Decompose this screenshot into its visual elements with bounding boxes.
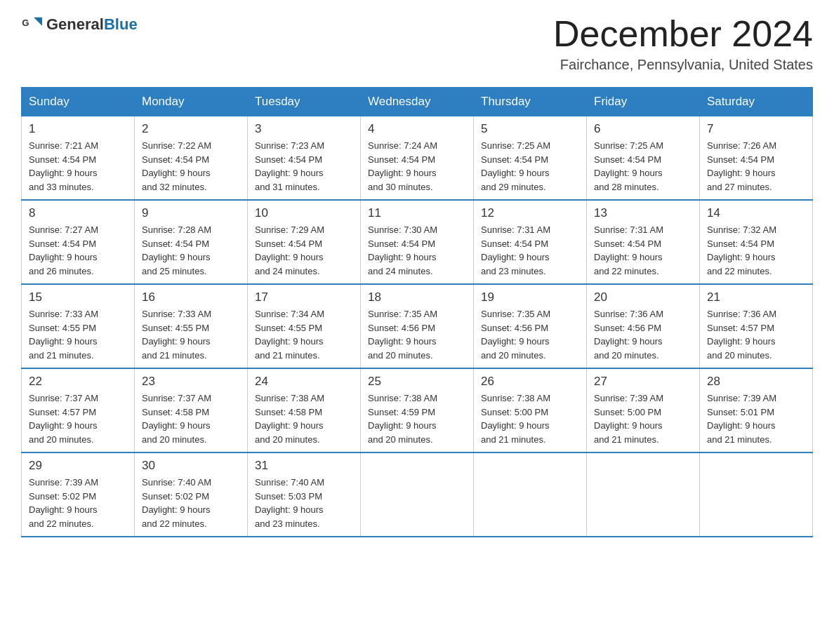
calendar-day-cell <box>361 452 474 537</box>
calendar-day-cell: 23 Sunrise: 7:37 AM Sunset: 4:58 PM Dayl… <box>135 368 248 452</box>
title-block: December 2024 Fairchance, Pennsylvania, … <box>553 14 813 73</box>
calendar-day-cell: 7 Sunrise: 7:26 AM Sunset: 4:54 PM Dayli… <box>700 116 813 201</box>
day-number: 11 <box>368 206 466 220</box>
day-number: 3 <box>255 122 353 136</box>
calendar-day-cell: 29 Sunrise: 7:39 AM Sunset: 5:02 PM Dayl… <box>22 452 135 537</box>
day-number: 29 <box>29 459 127 473</box>
calendar-table: SundayMondayTuesdayWednesdayThursdayFrid… <box>21 87 813 537</box>
logo-blue-text: Blue <box>104 15 138 33</box>
calendar-day-cell: 10 Sunrise: 7:29 AM Sunset: 4:54 PM Dayl… <box>248 200 361 284</box>
weekday-header-friday: Friday <box>587 88 700 116</box>
day-number: 8 <box>29 206 127 220</box>
calendar-day-cell <box>474 452 587 537</box>
day-info: Sunrise: 7:36 AM Sunset: 4:57 PM Dayligh… <box>707 307 805 362</box>
week-row-2: 8 Sunrise: 7:27 AM Sunset: 4:54 PM Dayli… <box>22 200 813 284</box>
day-number: 7 <box>707 122 805 136</box>
calendar-day-cell: 28 Sunrise: 7:39 AM Sunset: 5:01 PM Dayl… <box>700 368 813 452</box>
calendar-day-cell: 20 Sunrise: 7:36 AM Sunset: 4:56 PM Dayl… <box>587 284 700 368</box>
calendar-day-cell: 6 Sunrise: 7:25 AM Sunset: 4:54 PM Dayli… <box>587 116 700 201</box>
day-number: 14 <box>707 206 805 220</box>
day-info: Sunrise: 7:36 AM Sunset: 4:56 PM Dayligh… <box>594 307 692 362</box>
day-info: Sunrise: 7:32 AM Sunset: 4:54 PM Dayligh… <box>707 223 805 278</box>
day-number: 2 <box>142 122 240 136</box>
calendar-day-cell: 18 Sunrise: 7:35 AM Sunset: 4:56 PM Dayl… <box>361 284 474 368</box>
day-number: 23 <box>142 375 240 389</box>
calendar-day-cell: 11 Sunrise: 7:30 AM Sunset: 4:54 PM Dayl… <box>361 200 474 284</box>
day-number: 18 <box>368 290 466 304</box>
day-info: Sunrise: 7:37 AM Sunset: 4:58 PM Dayligh… <box>142 391 240 446</box>
day-info: Sunrise: 7:35 AM Sunset: 4:56 PM Dayligh… <box>481 307 579 362</box>
calendar-day-cell: 25 Sunrise: 7:38 AM Sunset: 4:59 PM Dayl… <box>361 368 474 452</box>
day-number: 25 <box>368 375 466 389</box>
day-info: Sunrise: 7:40 AM Sunset: 5:03 PM Dayligh… <box>255 476 353 530</box>
day-number: 15 <box>29 290 127 304</box>
day-info: Sunrise: 7:23 AM Sunset: 4:54 PM Dayligh… <box>255 139 353 194</box>
weekday-header-thursday: Thursday <box>474 88 587 116</box>
week-row-5: 29 Sunrise: 7:39 AM Sunset: 5:02 PM Dayl… <box>22 452 813 537</box>
day-info: Sunrise: 7:28 AM Sunset: 4:54 PM Dayligh… <box>142 223 240 278</box>
day-number: 16 <box>142 290 240 304</box>
weekday-header-monday: Monday <box>135 88 248 116</box>
calendar-day-cell: 19 Sunrise: 7:35 AM Sunset: 4:56 PM Dayl… <box>474 284 587 368</box>
week-row-3: 15 Sunrise: 7:33 AM Sunset: 4:55 PM Dayl… <box>22 284 813 368</box>
day-number: 31 <box>255 459 353 473</box>
day-info: Sunrise: 7:22 AM Sunset: 4:54 PM Dayligh… <box>142 139 240 194</box>
calendar-day-cell: 4 Sunrise: 7:24 AM Sunset: 4:54 PM Dayli… <box>361 116 474 201</box>
day-info: Sunrise: 7:31 AM Sunset: 4:54 PM Dayligh… <box>594 223 692 278</box>
calendar-day-cell: 16 Sunrise: 7:33 AM Sunset: 4:55 PM Dayl… <box>135 284 248 368</box>
calendar-day-cell: 31 Sunrise: 7:40 AM Sunset: 5:03 PM Dayl… <box>248 452 361 537</box>
calendar-day-cell: 21 Sunrise: 7:36 AM Sunset: 4:57 PM Dayl… <box>700 284 813 368</box>
day-number: 28 <box>707 375 805 389</box>
day-number: 6 <box>594 122 692 136</box>
day-number: 20 <box>594 290 692 304</box>
day-info: Sunrise: 7:35 AM Sunset: 4:56 PM Dayligh… <box>368 307 466 362</box>
weekday-header-sunday: Sunday <box>22 88 135 116</box>
calendar-day-cell: 15 Sunrise: 7:33 AM Sunset: 4:55 PM Dayl… <box>22 284 135 368</box>
day-info: Sunrise: 7:25 AM Sunset: 4:54 PM Dayligh… <box>481 139 579 194</box>
day-info: Sunrise: 7:40 AM Sunset: 5:02 PM Dayligh… <box>142 476 240 530</box>
day-number: 4 <box>368 122 466 136</box>
day-number: 5 <box>481 122 579 136</box>
day-info: Sunrise: 7:21 AM Sunset: 4:54 PM Dayligh… <box>29 139 127 194</box>
day-info: Sunrise: 7:30 AM Sunset: 4:54 PM Dayligh… <box>368 223 466 278</box>
logo-icon: G <box>21 14 42 35</box>
week-row-4: 22 Sunrise: 7:37 AM Sunset: 4:57 PM Dayl… <box>22 368 813 452</box>
calendar-day-cell: 2 Sunrise: 7:22 AM Sunset: 4:54 PM Dayli… <box>135 116 248 201</box>
day-info: Sunrise: 7:39 AM Sunset: 5:00 PM Dayligh… <box>594 391 692 446</box>
calendar-day-cell: 5 Sunrise: 7:25 AM Sunset: 4:54 PM Dayli… <box>474 116 587 201</box>
day-number: 24 <box>255 375 353 389</box>
calendar-day-cell <box>587 452 700 537</box>
day-info: Sunrise: 7:39 AM Sunset: 5:01 PM Dayligh… <box>707 391 805 446</box>
calendar-day-cell: 27 Sunrise: 7:39 AM Sunset: 5:00 PM Dayl… <box>587 368 700 452</box>
logo-general-text: General <box>46 15 104 33</box>
calendar-subtitle: Fairchance, Pennsylvania, United States <box>553 57 813 73</box>
day-info: Sunrise: 7:29 AM Sunset: 4:54 PM Dayligh… <box>255 223 353 278</box>
calendar-day-cell: 26 Sunrise: 7:38 AM Sunset: 5:00 PM Dayl… <box>474 368 587 452</box>
day-number: 17 <box>255 290 353 304</box>
day-info: Sunrise: 7:33 AM Sunset: 4:55 PM Dayligh… <box>29 307 127 362</box>
day-number: 12 <box>481 206 579 220</box>
calendar-day-cell: 9 Sunrise: 7:28 AM Sunset: 4:54 PM Dayli… <box>135 200 248 284</box>
day-number: 22 <box>29 375 127 389</box>
week-row-1: 1 Sunrise: 7:21 AM Sunset: 4:54 PM Dayli… <box>22 116 813 201</box>
day-number: 27 <box>594 375 692 389</box>
day-info: Sunrise: 7:33 AM Sunset: 4:55 PM Dayligh… <box>142 307 240 362</box>
page-header: G GeneralBlue December 2024 Fairchance, … <box>21 14 813 73</box>
calendar-day-cell: 24 Sunrise: 7:38 AM Sunset: 4:58 PM Dayl… <box>248 368 361 452</box>
day-info: Sunrise: 7:26 AM Sunset: 4:54 PM Dayligh… <box>707 139 805 194</box>
day-info: Sunrise: 7:38 AM Sunset: 5:00 PM Dayligh… <box>481 391 579 446</box>
day-info: Sunrise: 7:27 AM Sunset: 4:54 PM Dayligh… <box>29 223 127 278</box>
day-info: Sunrise: 7:24 AM Sunset: 4:54 PM Dayligh… <box>368 139 466 194</box>
day-info: Sunrise: 7:34 AM Sunset: 4:55 PM Dayligh… <box>255 307 353 362</box>
weekday-header-wednesday: Wednesday <box>361 88 474 116</box>
calendar-title: December 2024 <box>553 14 813 54</box>
day-info: Sunrise: 7:39 AM Sunset: 5:02 PM Dayligh… <box>29 476 127 530</box>
calendar-day-cell: 8 Sunrise: 7:27 AM Sunset: 4:54 PM Dayli… <box>22 200 135 284</box>
calendar-day-cell: 1 Sunrise: 7:21 AM Sunset: 4:54 PM Dayli… <box>22 116 135 201</box>
svg-text:G: G <box>22 18 29 28</box>
calendar-day-cell: 12 Sunrise: 7:31 AM Sunset: 4:54 PM Dayl… <box>474 200 587 284</box>
calendar-day-cell: 17 Sunrise: 7:34 AM Sunset: 4:55 PM Dayl… <box>248 284 361 368</box>
day-number: 10 <box>255 206 353 220</box>
svg-marker-1 <box>34 18 42 26</box>
calendar-day-cell <box>700 452 813 537</box>
